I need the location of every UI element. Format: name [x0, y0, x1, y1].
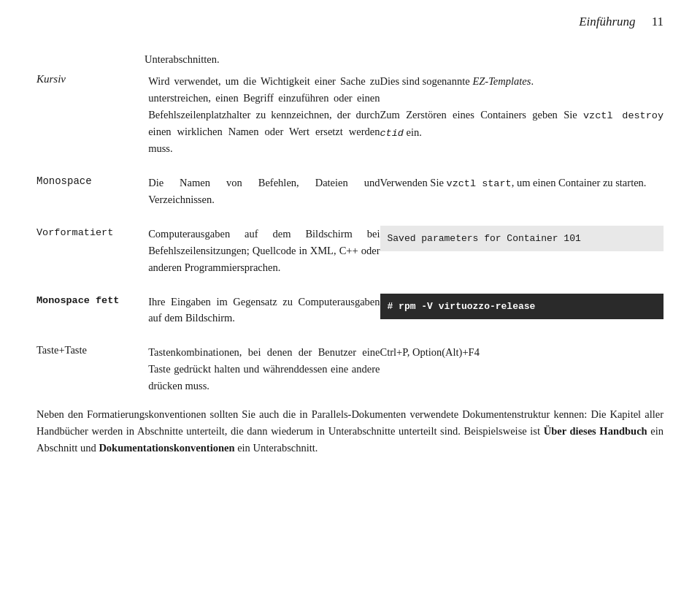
right-vorformatiert: Saved parameters for Container 101 [380, 221, 664, 280]
right-kursiv: Dies sind sogenannte EZ-Templates. Zum Z… [380, 69, 664, 161]
right-monospace: Verwenden Sie vzctl start, um einen Cont… [380, 170, 664, 213]
page-header: Einführung 11 [36, 15, 664, 29]
dark-preformatted-block: # rpm -V virtuozzo-release [380, 294, 664, 320]
table-row: Monospace fett Ihre Eingaben im Gegensat… [36, 289, 664, 332]
middle-monospace-fett: Ihre Eingaben im Gegensatz zu Computerau… [148, 289, 380, 332]
preformatted-block: Saved parameters for Container 101 [380, 226, 664, 252]
table-row: Taste+Taste Tastenkombinationen, bei den… [36, 340, 664, 399]
middle-taste: Tastenkombinationen, bei denen der Benut… [148, 340, 380, 399]
table-row: Vorformatiert Computerausgaben auf dem B… [36, 221, 664, 280]
term-taste: Taste+Taste [36, 344, 87, 356]
middle-monospace: Die Namen von Befehlen, Dateien und Verz… [148, 170, 380, 213]
term-vorformatiert: Vorformatiert [36, 227, 113, 238]
term-monospace: Monospace [36, 175, 92, 187]
middle-vorformatiert: Computerausgaben auf dem Bildschirm bei … [148, 221, 380, 280]
middle-kursiv: Wird verwendet, um die Wichtigkeit einer… [148, 69, 380, 161]
table-row: Monospace Die Namen von Befehlen, Dateie… [36, 170, 664, 213]
footer-paragraph: Neben den Formatierungskonventionen soll… [36, 406, 664, 457]
right-taste: Ctrl+P, Option(Alt)+F4 [380, 340, 664, 399]
right-monospace-fett: # rpm -V virtuozzo-release [380, 289, 664, 332]
page-number: 11 [652, 15, 664, 29]
term-kursiv: Kursiv [36, 73, 66, 85]
intro-middle: Unterabschnitten. [145, 51, 360, 67]
intro-right [360, 51, 619, 67]
chapter-title: Einführung [579, 15, 635, 29]
table-row: Kursiv Wird verwendet, um die Wichtigkei… [36, 69, 664, 161]
term-monospace-fett: Monospace fett [36, 295, 119, 306]
content-table: Kursiv Wird verwendet, um die Wichtigkei… [36, 69, 664, 399]
